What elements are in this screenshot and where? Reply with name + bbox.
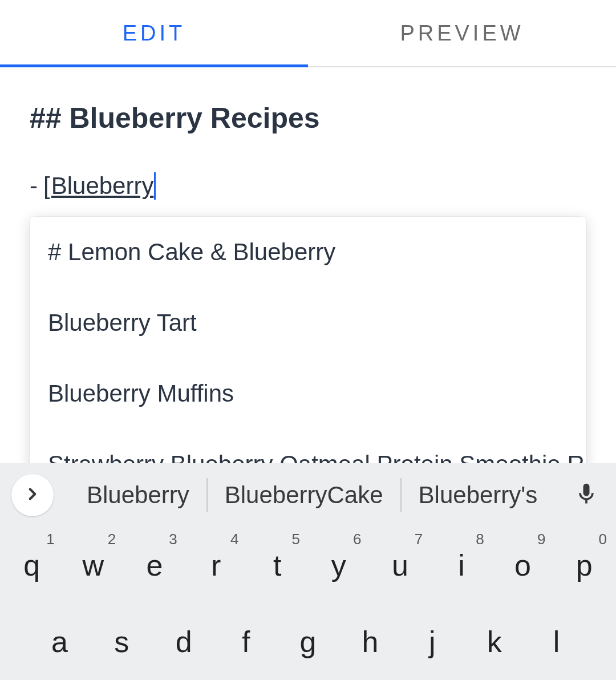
editor-heading-line: ## Blueberry Recipes bbox=[30, 102, 586, 135]
voice-input-button[interactable] bbox=[568, 481, 605, 509]
key-h[interactable]: h bbox=[339, 604, 401, 680]
key-g[interactable]: g bbox=[277, 604, 339, 680]
autocomplete-item[interactable]: # Lemon Cake & Blueberry bbox=[30, 217, 586, 288]
key-l[interactable]: l bbox=[525, 604, 587, 680]
key-d[interactable]: d bbox=[153, 604, 215, 680]
key-j[interactable]: j bbox=[401, 604, 463, 680]
microphone-icon bbox=[574, 499, 599, 508]
key-r[interactable]: 4r bbox=[185, 527, 247, 604]
keyboard-row-2: a s d f g h j k l bbox=[0, 604, 616, 680]
key-f[interactable]: f bbox=[215, 604, 277, 680]
text-cursor bbox=[154, 172, 156, 200]
editor-list-line: - [ Blueberry bbox=[30, 172, 586, 200]
keyboard-suggestion-row: Blueberry BlueberryCake Blueberry's bbox=[0, 463, 616, 527]
tab-bar: EDIT PREVIEW bbox=[0, 0, 616, 67]
keyboard-word-suggestion[interactable]: Blueberry's bbox=[402, 481, 555, 509]
autocomplete-item[interactable]: Blueberry Muffins bbox=[30, 358, 586, 429]
expand-keyboard-button[interactable] bbox=[11, 474, 54, 516]
list-dash: - bbox=[30, 172, 38, 200]
link-typed-text: Blueberry bbox=[51, 172, 154, 200]
key-s[interactable]: s bbox=[91, 604, 153, 680]
autocomplete-item[interactable]: Blueberry Tart bbox=[30, 288, 586, 358]
tab-edit[interactable]: EDIT bbox=[0, 0, 308, 66]
key-p[interactable]: 0p bbox=[553, 527, 615, 604]
tab-preview[interactable]: PREVIEW bbox=[308, 0, 616, 66]
keyboard-word-suggestion[interactable]: Blueberry bbox=[70, 481, 206, 509]
key-u[interactable]: 7u bbox=[370, 527, 431, 604]
editor-area[interactable]: ## Blueberry Recipes - [ Blueberry # Lem… bbox=[0, 67, 616, 200]
autocomplete-popup: # Lemon Cake & Blueberry Blueberry Tart … bbox=[30, 217, 586, 500]
key-y[interactable]: 6y bbox=[308, 527, 370, 604]
on-screen-keyboard: Blueberry BlueberryCake Blueberry's 1q 2… bbox=[0, 463, 616, 680]
key-o[interactable]: 9o bbox=[492, 527, 554, 604]
keyboard-word-suggestion[interactable]: BlueberryCake bbox=[208, 481, 400, 509]
key-w[interactable]: 2w bbox=[63, 527, 124, 604]
key-e[interactable]: 3e bbox=[124, 527, 185, 604]
key-t[interactable]: 5t bbox=[246, 527, 308, 604]
key-q[interactable]: 1q bbox=[1, 527, 63, 604]
list-bracket: [ bbox=[43, 172, 50, 200]
key-k[interactable]: k bbox=[463, 604, 525, 680]
key-a[interactable]: a bbox=[29, 604, 91, 680]
keyboard-row-1: 1q 2w 3e 4r 5t 6y 7u 8i 9o 0p bbox=[0, 527, 616, 604]
key-i[interactable]: 8i bbox=[431, 527, 492, 604]
chevron-right-icon bbox=[23, 484, 42, 506]
